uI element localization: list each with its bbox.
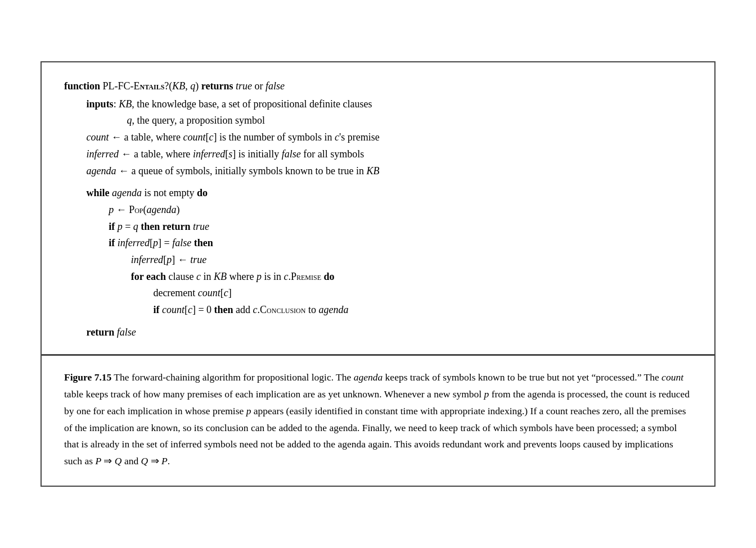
input-q: q	[127, 115, 132, 126]
figure-caption: Figure 7.15 The forward-chaining algorit…	[64, 369, 692, 470]
keyword-function: function	[64, 80, 100, 92]
pop-agenda: agenda	[147, 204, 177, 215]
count-c: c	[209, 132, 214, 143]
keyword-then1: then return	[138, 221, 191, 232]
if1-eq: =	[123, 221, 133, 232]
fig-period: .	[168, 455, 170, 467]
inferred-set-arrow: ←	[175, 254, 190, 265]
decrement-br2: ]	[228, 287, 232, 298]
input-desc1: , the knowledge base, a set of propositi…	[132, 98, 372, 110]
inputs-block: inputs: KB, the knowledge base, a set of…	[64, 96, 692, 113]
agenda-line: agenda ← a queue of symbols, initially s…	[64, 163, 692, 180]
if3-onclusion: onclusion	[267, 304, 305, 315]
while-desc: is not empty	[142, 187, 197, 198]
foreach-P: P	[291, 271, 296, 282]
algo-name-pl: PL-FC-E	[103, 80, 140, 92]
count-c2: c	[335, 132, 339, 143]
inferred-false: false	[282, 148, 301, 160]
foreach-desc1: clause	[166, 271, 196, 282]
keyword-if2: if	[109, 237, 115, 248]
decrement-count: count	[198, 287, 220, 298]
keyword-if3: if	[153, 304, 159, 315]
agenda-arrow: ← a queue of symbols, initially symbols …	[116, 165, 367, 176]
keyword-do2: do	[321, 271, 335, 282]
input-desc2: , the query, a proposition symbol	[132, 115, 265, 126]
if3-line: if count[c] = 0 then add c.Conclusion to…	[64, 302, 692, 319]
val-false: false	[266, 80, 285, 92]
var-count: count	[87, 132, 109, 143]
inputs-q-line: q, the query, a proposition symbol	[64, 112, 692, 129]
word-or: or	[255, 80, 263, 92]
if2-false: false	[172, 237, 191, 248]
algo-function-line: function PL-FC-Entails?(KB, q) returns t…	[64, 78, 692, 95]
pop-arrow: ←	[114, 204, 129, 215]
fig-text2: keeps track of symbols known to be true …	[382, 372, 662, 383]
inferred-desc3: for all symbols	[301, 148, 364, 160]
algorithm-section: function PL-FC-Entails?(KB, q) returns t…	[42, 62, 714, 356]
pop-paren2: )	[177, 204, 180, 215]
inferred-desc2: is initially	[236, 148, 282, 160]
return-line: return false	[64, 324, 692, 341]
count-arrow: ← a table, where	[109, 132, 183, 143]
fig-formula2: Q ⇒ P	[141, 455, 168, 467]
pop-P: P	[129, 204, 134, 215]
count-desc2: is the number of symbols in	[217, 132, 335, 143]
val-true: true	[236, 80, 252, 92]
count-bracket: count	[183, 132, 206, 143]
keyword-returns: returns	[201, 80, 233, 92]
if3-c: c	[188, 304, 192, 315]
fig-formula1: P ⇒ Q	[95, 455, 122, 467]
if2-inferred: inferred	[115, 237, 150, 248]
if3-add: add	[233, 304, 253, 315]
keyword-then3: then	[214, 304, 233, 315]
if3-eq: = 0	[196, 304, 214, 315]
foreach-desc3: where	[227, 271, 256, 282]
if1-q: q	[133, 221, 138, 232]
var-p: p	[109, 204, 114, 215]
if3-agenda: agenda	[318, 304, 348, 315]
inferred-bracket: inferred	[193, 148, 225, 160]
if3-C: C	[260, 304, 267, 315]
agenda-KB: KB	[367, 165, 380, 176]
fig-count: count	[662, 372, 683, 383]
inferred-line: inferred ← a table, where inferred[s] is…	[64, 146, 692, 163]
if2-p: p	[153, 237, 158, 248]
keyword-decrement: decrement	[153, 287, 197, 298]
fig-label: Figure 7.15	[64, 372, 111, 383]
keyword-inputs: inputs	[87, 98, 114, 110]
inferred-set-true: true	[190, 254, 206, 265]
count-line: count ← a table, where count[c] is the n…	[64, 129, 692, 146]
foreach-line: for each clause c in KB where p is in c.…	[64, 269, 692, 286]
inferred-arrow: ← a table, where	[119, 148, 193, 160]
fig-text3: table keeps track of how many premises o…	[64, 388, 484, 400]
count-desc3: 's premise	[339, 132, 380, 143]
algo-params: ?(KB, q)	[164, 80, 199, 92]
inferred-set-var: inferred	[131, 254, 163, 265]
keyword-return: return	[87, 327, 115, 338]
foreach-p: p	[256, 271, 262, 282]
var-agenda: agenda	[87, 165, 116, 176]
inferred-set-p: p	[166, 254, 172, 265]
decrement-c: c	[224, 287, 228, 298]
keyword-then2: then	[191, 237, 213, 248]
input-KB: KB	[119, 98, 132, 110]
if1-true: true	[191, 221, 210, 232]
var-inferred: inferred	[87, 148, 119, 160]
pop-op: op	[134, 204, 143, 215]
if2-eq: =	[161, 237, 172, 248]
keyword-if1: if	[109, 221, 115, 232]
foreach-KB: KB	[214, 271, 227, 282]
foreach-desc2: in	[201, 271, 214, 282]
if1-line: if p = q then return true	[64, 219, 692, 235]
keyword-do: do	[197, 187, 208, 198]
outer-box: function PL-FC-Entails?(KB, q) returns t…	[40, 61, 716, 487]
pop-line: p ← Pop(agenda)	[64, 202, 692, 219]
if3-count: count	[159, 304, 184, 315]
foreach-remise: remise	[296, 271, 321, 282]
fig-and: and	[122, 455, 141, 467]
decrement-line: decrement count[c]	[64, 285, 692, 302]
keyword-while: while	[87, 187, 110, 198]
keyword-foreach: for each	[131, 271, 166, 282]
foreach-desc4: is in	[262, 271, 284, 282]
foreach-c: c	[196, 271, 201, 282]
